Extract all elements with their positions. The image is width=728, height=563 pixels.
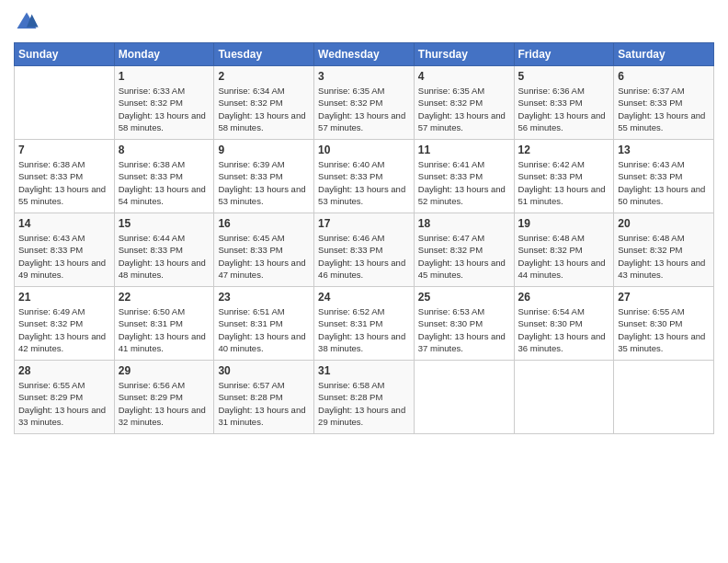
day-info: Sunrise: 6:54 AM Sunset: 8:30 PM Dayligh…: [518, 305, 610, 354]
calendar-cell: 16 Sunrise: 6:45 AM Sunset: 8:33 PM Dayl…: [214, 213, 314, 287]
day-number: 3: [318, 70, 410, 83]
sunset-text: Sunset: 8:33 PM: [618, 98, 682, 108]
daylight-text: Daylight: 13 hours and 31 minutes.: [218, 405, 305, 427]
sunset-text: Sunset: 8:32 PM: [418, 245, 483, 255]
day-info: Sunrise: 6:35 AM Sunset: 8:32 PM Dayligh…: [318, 85, 410, 133]
calendar-cell: 30 Sunrise: 6:57 AM Sunset: 8:28 PM Dayl…: [214, 361, 314, 434]
calendar-cell: [514, 361, 614, 434]
sunrise-text: Sunrise: 6:43 AM: [18, 233, 85, 243]
day-info: Sunrise: 6:39 AM Sunset: 8:33 PM Dayligh…: [218, 158, 310, 207]
sunset-text: Sunset: 8:32 PM: [318, 98, 382, 108]
day-number: 15: [119, 217, 210, 230]
sunset-text: Sunset: 8:29 PM: [18, 392, 83, 402]
calendar-week-row: 14 Sunrise: 6:43 AM Sunset: 8:33 PM Dayl…: [15, 213, 714, 287]
calendar-cell: 8 Sunrise: 6:38 AM Sunset: 8:33 PM Dayli…: [114, 140, 214, 213]
calendar-week-row: 28 Sunrise: 6:55 AM Sunset: 8:29 PM Dayl…: [15, 361, 714, 434]
day-number: 11: [418, 144, 510, 156]
calendar-container: SundayMondayTuesdayWednesdayThursdayFrid…: [0, 0, 728, 443]
weekday-header: Saturday: [614, 43, 714, 66]
sunrise-text: Sunrise: 6:33 AM: [119, 86, 185, 96]
calendar-cell: 31 Sunrise: 6:58 AM Sunset: 8:28 PM Dayl…: [314, 361, 415, 434]
sunrise-text: Sunrise: 6:40 AM: [318, 159, 384, 169]
sunrise-text: Sunrise: 6:37 AM: [618, 86, 684, 96]
logo-icon: [14, 9, 40, 35]
day-number: 13: [618, 144, 710, 156]
day-number: 2: [218, 70, 310, 83]
calendar-cell: 4 Sunrise: 6:35 AM Sunset: 8:32 PM Dayli…: [414, 66, 514, 140]
calendar-cell: 25 Sunrise: 6:53 AM Sunset: 8:30 PM Dayl…: [414, 287, 514, 361]
day-info: Sunrise: 6:48 AM Sunset: 8:32 PM Dayligh…: [518, 232, 610, 281]
daylight-text: Daylight: 13 hours and 51 minutes.: [518, 184, 606, 206]
daylight-text: Daylight: 13 hours and 53 minutes.: [318, 184, 405, 206]
day-info: Sunrise: 6:45 AM Sunset: 8:33 PM Dayligh…: [218, 232, 310, 281]
calendar-week-row: 21 Sunrise: 6:49 AM Sunset: 8:32 PM Dayl…: [15, 287, 714, 361]
sunset-text: Sunset: 8:30 PM: [618, 318, 682, 328]
sunrise-text: Sunrise: 6:54 AM: [518, 306, 585, 316]
daylight-text: Daylight: 13 hours and 53 minutes.: [218, 184, 305, 206]
daylight-text: Daylight: 13 hours and 50 minutes.: [618, 184, 705, 206]
calendar-cell: 21 Sunrise: 6:49 AM Sunset: 8:32 PM Dayl…: [15, 287, 115, 361]
daylight-text: Daylight: 13 hours and 40 minutes.: [218, 331, 305, 353]
day-info: Sunrise: 6:50 AM Sunset: 8:31 PM Dayligh…: [119, 305, 210, 354]
daylight-text: Daylight: 13 hours and 54 minutes.: [119, 184, 206, 206]
sunset-text: Sunset: 8:32 PM: [119, 98, 183, 108]
sunset-text: Sunset: 8:32 PM: [518, 245, 583, 255]
sunrise-text: Sunrise: 6:43 AM: [618, 159, 684, 169]
sunset-text: Sunset: 8:33 PM: [119, 171, 183, 181]
sunrise-text: Sunrise: 6:56 AM: [119, 380, 185, 390]
day-number: 19: [518, 217, 610, 230]
calendar-cell: 13 Sunrise: 6:43 AM Sunset: 8:33 PM Dayl…: [614, 140, 714, 213]
sunrise-text: Sunrise: 6:39 AM: [218, 159, 284, 169]
day-info: Sunrise: 6:44 AM Sunset: 8:33 PM Dayligh…: [119, 232, 210, 281]
sunset-text: Sunset: 8:33 PM: [318, 171, 382, 181]
sunrise-text: Sunrise: 6:46 AM: [318, 233, 384, 243]
day-number: 24: [318, 291, 410, 304]
day-number: 28: [18, 364, 110, 377]
calendar-cell: 24 Sunrise: 6:52 AM Sunset: 8:31 PM Dayl…: [314, 287, 415, 361]
day-info: Sunrise: 6:41 AM Sunset: 8:33 PM Dayligh…: [418, 158, 510, 207]
calendar-cell: 15 Sunrise: 6:44 AM Sunset: 8:33 PM Dayl…: [114, 213, 214, 287]
day-info: Sunrise: 6:55 AM Sunset: 8:30 PM Dayligh…: [618, 305, 710, 354]
calendar-cell: 11 Sunrise: 6:41 AM Sunset: 8:33 PM Dayl…: [414, 140, 514, 213]
sunset-text: Sunset: 8:33 PM: [518, 171, 583, 181]
calendar-cell: 20 Sunrise: 6:48 AM Sunset: 8:32 PM Dayl…: [614, 213, 714, 287]
day-info: Sunrise: 6:47 AM Sunset: 8:32 PM Dayligh…: [418, 232, 510, 281]
weekday-header: Tuesday: [214, 43, 314, 66]
daylight-text: Daylight: 13 hours and 58 minutes.: [218, 110, 305, 132]
day-number: 14: [18, 217, 110, 230]
sunset-text: Sunset: 8:32 PM: [418, 98, 483, 108]
day-number: 16: [218, 217, 310, 230]
day-number: 9: [218, 144, 310, 156]
calendar-table: SundayMondayTuesdayWednesdayThursdayFrid…: [14, 42, 714, 434]
calendar-cell: 28 Sunrise: 6:55 AM Sunset: 8:29 PM Dayl…: [15, 361, 115, 434]
daylight-text: Daylight: 13 hours and 32 minutes.: [119, 405, 206, 427]
calendar-cell: 7 Sunrise: 6:38 AM Sunset: 8:33 PM Dayli…: [15, 140, 115, 213]
day-number: 10: [318, 144, 410, 156]
daylight-text: Daylight: 13 hours and 29 minutes.: [318, 405, 405, 427]
day-number: 5: [518, 70, 610, 83]
sunset-text: Sunset: 8:33 PM: [18, 171, 83, 181]
daylight-text: Daylight: 13 hours and 56 minutes.: [518, 110, 606, 132]
day-info: Sunrise: 6:38 AM Sunset: 8:33 PM Dayligh…: [119, 158, 210, 207]
sunset-text: Sunset: 8:31 PM: [119, 318, 183, 328]
day-info: Sunrise: 6:42 AM Sunset: 8:33 PM Dayligh…: [518, 158, 610, 207]
sunrise-text: Sunrise: 6:38 AM: [119, 159, 185, 169]
daylight-text: Daylight: 13 hours and 45 minutes.: [418, 258, 506, 280]
calendar-cell: [15, 66, 115, 140]
sunset-text: Sunset: 8:30 PM: [418, 318, 483, 328]
calendar-cell: 3 Sunrise: 6:35 AM Sunset: 8:32 PM Dayli…: [314, 66, 415, 140]
day-number: 30: [218, 364, 310, 377]
calendar-cell: 18 Sunrise: 6:47 AM Sunset: 8:32 PM Dayl…: [414, 213, 514, 287]
day-number: 23: [218, 291, 310, 304]
calendar-cell: 12 Sunrise: 6:42 AM Sunset: 8:33 PM Dayl…: [514, 140, 614, 213]
day-number: 7: [18, 144, 110, 156]
sunset-text: Sunset: 8:31 PM: [318, 318, 382, 328]
calendar-cell: 17 Sunrise: 6:46 AM Sunset: 8:33 PM Dayl…: [314, 213, 415, 287]
daylight-text: Daylight: 13 hours and 49 minutes.: [18, 258, 106, 280]
sunset-text: Sunset: 8:29 PM: [119, 392, 183, 402]
day-info: Sunrise: 6:52 AM Sunset: 8:31 PM Dayligh…: [318, 305, 410, 354]
daylight-text: Daylight: 13 hours and 55 minutes.: [18, 184, 106, 206]
daylight-text: Daylight: 13 hours and 42 minutes.: [18, 331, 106, 353]
day-number: 1: [119, 70, 210, 83]
sunrise-text: Sunrise: 6:47 AM: [418, 233, 484, 243]
